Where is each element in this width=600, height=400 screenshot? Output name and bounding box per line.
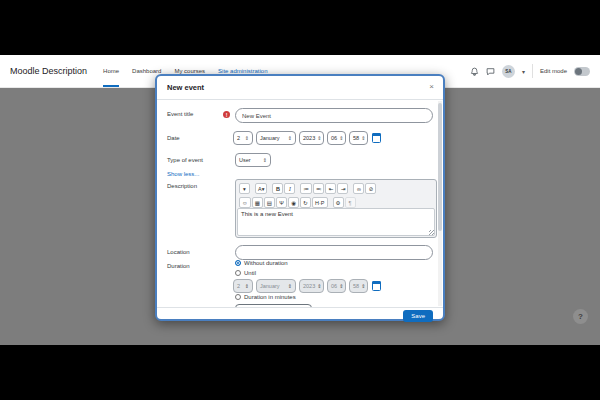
browser-page: Moodle Description Home Dashboard My cou… bbox=[0, 55, 600, 345]
resize-handle[interactable] bbox=[429, 230, 434, 235]
description-editor: ▾ A▾ B I ≔ ≕ ⇤ ⇥ ∞ ⊘ ☺ ▦ ▤ bbox=[235, 179, 437, 238]
ordered-list-icon[interactable]: ≕ bbox=[313, 183, 325, 194]
duration-label: Duration bbox=[167, 263, 190, 269]
calendar-icon[interactable] bbox=[372, 133, 381, 143]
navbar-divider bbox=[532, 64, 533, 78]
modal-scrollbar[interactable] bbox=[438, 101, 442, 306]
record-video-icon[interactable]: ◉ bbox=[288, 197, 299, 208]
record-screen-icon[interactable]: ↻ bbox=[300, 197, 311, 208]
navbar-actions: SA ▾ Edit mode bbox=[470, 64, 600, 78]
radio-until[interactable]: Until bbox=[235, 270, 256, 276]
description-textarea[interactable]: This is a new Event bbox=[237, 208, 435, 236]
italic-icon[interactable]: I bbox=[284, 183, 295, 194]
accessibility-checker-icon[interactable]: ¶ bbox=[345, 197, 356, 208]
editor-toolbar-row2: ☺ ▦ ▤ Ψ ◉ ↻ H·P ⚙ ¶ bbox=[239, 197, 356, 208]
radio-without-duration[interactable]: Without duration bbox=[235, 260, 288, 266]
modal-header: New event × bbox=[157, 76, 443, 100]
screen: Moodle Description Home Dashboard My cou… bbox=[0, 0, 600, 400]
help-button[interactable]: ? bbox=[573, 309, 588, 324]
scrollbar-thumb[interactable] bbox=[438, 103, 442, 231]
radio-dot bbox=[235, 294, 241, 300]
select-arrows-icon: ⇕ bbox=[245, 135, 249, 141]
select-arrows-icon: ⇕ bbox=[317, 283, 321, 289]
edit-mode-toggle[interactable] bbox=[574, 67, 590, 76]
radio-duration-in-minutes[interactable]: Duration in minutes bbox=[235, 294, 296, 300]
link-icon[interactable]: ∞ bbox=[353, 183, 364, 194]
notifications-bell-icon[interactable] bbox=[470, 67, 479, 76]
radio-dot bbox=[235, 260, 241, 266]
date-year-select[interactable]: 2023⇕ bbox=[299, 131, 324, 145]
date-hour-select[interactable]: 06⇕ bbox=[327, 131, 346, 145]
site-title: Moodle Description bbox=[10, 66, 87, 76]
collapse-toolbar-icon[interactable]: ▾ bbox=[239, 183, 250, 194]
type-of-event-select[interactable]: User⇕ bbox=[235, 153, 271, 167]
editor-toolbar-row1: ▾ A▾ B I ≔ ≕ ⇤ ⇥ ∞ ⊘ bbox=[239, 183, 376, 194]
user-menu-caret-icon[interactable]: ▾ bbox=[522, 68, 525, 75]
insert-media-icon[interactable]: ▤ bbox=[264, 197, 275, 208]
select-arrows-icon: ⇕ bbox=[361, 135, 365, 141]
date-label: Date bbox=[167, 135, 180, 141]
select-arrows-icon: ⇕ bbox=[317, 135, 321, 141]
emoji-picker-icon[interactable]: ☺ bbox=[239, 197, 251, 208]
select-arrows-icon: ⇕ bbox=[288, 135, 292, 141]
select-arrows-icon: ⇕ bbox=[288, 283, 292, 289]
outdent-icon[interactable]: ⇤ bbox=[325, 183, 336, 194]
messages-chat-icon[interactable] bbox=[486, 67, 495, 76]
bold-icon[interactable]: B bbox=[272, 183, 283, 194]
until-minute-select[interactable]: 58⇕ bbox=[349, 279, 368, 293]
event-title-input[interactable] bbox=[235, 108, 433, 123]
select-arrows-icon: ⇕ bbox=[263, 157, 267, 163]
select-arrows-icon: ⇕ bbox=[339, 135, 343, 141]
radio-dot bbox=[235, 270, 241, 276]
font-style-icon[interactable]: A▾ bbox=[255, 183, 267, 194]
select-arrows-icon: ⇕ bbox=[361, 283, 365, 289]
description-label: Description bbox=[167, 183, 197, 189]
date-day-select[interactable]: 2⇕ bbox=[233, 131, 253, 145]
h5p-icon[interactable]: H·P bbox=[312, 197, 327, 208]
until-hour-select[interactable]: 06⇕ bbox=[327, 279, 346, 293]
edit-mode-label: Edit mode bbox=[540, 68, 567, 74]
show-less-link[interactable]: Show less... bbox=[167, 171, 199, 177]
modal-title: New event bbox=[167, 83, 204, 92]
date-month-select[interactable]: January⇕ bbox=[256, 131, 296, 145]
until-month-select[interactable]: January⇕ bbox=[256, 279, 296, 293]
unordered-list-icon[interactable]: ≔ bbox=[300, 183, 312, 194]
insert-image-icon[interactable]: ▦ bbox=[252, 197, 263, 208]
manage-files-icon[interactable]: ⚙ bbox=[333, 197, 344, 208]
record-audio-icon[interactable]: Ψ bbox=[276, 197, 287, 208]
modal-body: Event title ! Date 2⇕ January⇕ 2023⇕ 06⇕ bbox=[157, 100, 443, 307]
until-calendar-icon[interactable] bbox=[372, 281, 381, 291]
save-button[interactable]: Save bbox=[403, 310, 433, 322]
unlink-icon[interactable]: ⊘ bbox=[365, 183, 376, 194]
location-label: Location bbox=[167, 249, 190, 255]
modal-footer: Save bbox=[157, 307, 443, 323]
new-event-modal: New event × Event title ! Date 2⇕ Januar… bbox=[155, 74, 445, 321]
type-of-event-label: Type of event bbox=[167, 157, 203, 163]
indent-icon[interactable]: ⇥ bbox=[337, 183, 348, 194]
user-avatar[interactable]: SA bbox=[502, 65, 515, 78]
close-icon[interactable]: × bbox=[429, 83, 434, 91]
until-year-select[interactable]: 2023⇕ bbox=[299, 279, 324, 293]
select-arrows-icon: ⇕ bbox=[245, 283, 249, 289]
until-day-select[interactable]: 2⇕ bbox=[233, 279, 253, 293]
date-minute-select[interactable]: 58⇕ bbox=[349, 131, 368, 145]
select-arrows-icon: ⇕ bbox=[339, 283, 343, 289]
required-icon: ! bbox=[223, 111, 230, 118]
location-input[interactable] bbox=[235, 245, 433, 260]
nav-item-home[interactable]: Home bbox=[103, 55, 119, 87]
event-title-label: Event title bbox=[167, 111, 193, 117]
toggle-knob bbox=[575, 68, 582, 75]
